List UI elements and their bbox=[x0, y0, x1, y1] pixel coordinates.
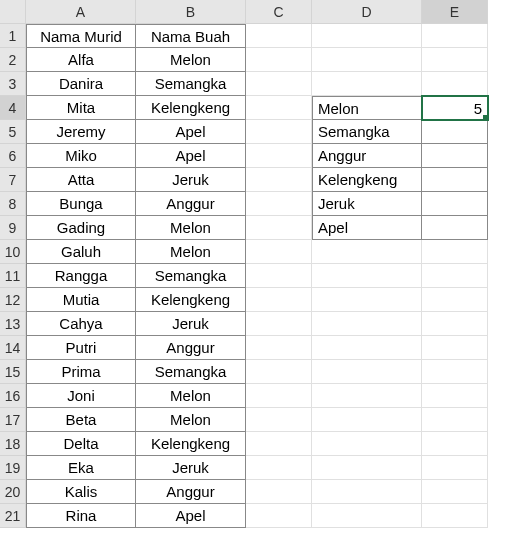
cell-C1[interactable] bbox=[246, 24, 312, 48]
cell-A17[interactable]: Beta bbox=[26, 408, 136, 432]
cell-E17[interactable] bbox=[422, 408, 488, 432]
cell-C16[interactable] bbox=[246, 384, 312, 408]
row-header-7[interactable]: 7 bbox=[0, 168, 26, 192]
cell-C6[interactable] bbox=[246, 144, 312, 168]
cell-D9[interactable]: Apel bbox=[312, 216, 422, 240]
cell-A13[interactable]: Cahya bbox=[26, 312, 136, 336]
cell-A14[interactable]: Putri bbox=[26, 336, 136, 360]
cell-B2[interactable]: Melon bbox=[136, 48, 246, 72]
cell-C19[interactable] bbox=[246, 456, 312, 480]
cell-D17[interactable] bbox=[312, 408, 422, 432]
row-header-12[interactable]: 12 bbox=[0, 288, 26, 312]
row-header-8[interactable]: 8 bbox=[0, 192, 26, 216]
cell-E11[interactable] bbox=[422, 264, 488, 288]
cell-E18[interactable] bbox=[422, 432, 488, 456]
cell-B1[interactable]: Nama Buah bbox=[136, 24, 246, 48]
cell-E8[interactable] bbox=[422, 192, 488, 216]
cell-A21[interactable]: Rina bbox=[26, 504, 136, 528]
cell-D3[interactable] bbox=[312, 72, 422, 96]
cell-E7[interactable] bbox=[422, 168, 488, 192]
cell-A16[interactable]: Joni bbox=[26, 384, 136, 408]
cell-D18[interactable] bbox=[312, 432, 422, 456]
cell-B17[interactable]: Melon bbox=[136, 408, 246, 432]
column-header-D[interactable]: D bbox=[312, 0, 422, 24]
row-header-9[interactable]: 9 bbox=[0, 216, 26, 240]
row-header-16[interactable]: 16 bbox=[0, 384, 26, 408]
cell-D13[interactable] bbox=[312, 312, 422, 336]
cell-A2[interactable]: Alfa bbox=[26, 48, 136, 72]
cell-C7[interactable] bbox=[246, 168, 312, 192]
cell-E15[interactable] bbox=[422, 360, 488, 384]
cell-B9[interactable]: Melon bbox=[136, 216, 246, 240]
cell-C14[interactable] bbox=[246, 336, 312, 360]
cell-B15[interactable]: Semangka bbox=[136, 360, 246, 384]
cell-A8[interactable]: Bunga bbox=[26, 192, 136, 216]
cell-D2[interactable] bbox=[312, 48, 422, 72]
cell-B18[interactable]: Kelengkeng bbox=[136, 432, 246, 456]
cell-B14[interactable]: Anggur bbox=[136, 336, 246, 360]
cell-B5[interactable]: Apel bbox=[136, 120, 246, 144]
row-header-2[interactable]: 2 bbox=[0, 48, 26, 72]
cell-D14[interactable] bbox=[312, 336, 422, 360]
cell-C11[interactable] bbox=[246, 264, 312, 288]
cell-A4[interactable]: Mita bbox=[26, 96, 136, 120]
row-header-20[interactable]: 20 bbox=[0, 480, 26, 504]
cell-D21[interactable] bbox=[312, 504, 422, 528]
cell-B8[interactable]: Anggur bbox=[136, 192, 246, 216]
cell-D10[interactable] bbox=[312, 240, 422, 264]
cell-E2[interactable] bbox=[422, 48, 488, 72]
row-header-15[interactable]: 15 bbox=[0, 360, 26, 384]
cell-E5[interactable] bbox=[422, 120, 488, 144]
cell-C9[interactable] bbox=[246, 216, 312, 240]
cell-A11[interactable]: Rangga bbox=[26, 264, 136, 288]
column-header-B[interactable]: B bbox=[136, 0, 246, 24]
row-header-19[interactable]: 19 bbox=[0, 456, 26, 480]
cell-A10[interactable]: Galuh bbox=[26, 240, 136, 264]
cell-D11[interactable] bbox=[312, 264, 422, 288]
cell-C15[interactable] bbox=[246, 360, 312, 384]
cell-C2[interactable] bbox=[246, 48, 312, 72]
cell-A1[interactable]: Nama Murid bbox=[26, 24, 136, 48]
cell-E12[interactable] bbox=[422, 288, 488, 312]
column-header-A[interactable]: A bbox=[26, 0, 136, 24]
row-header-21[interactable]: 21 bbox=[0, 504, 26, 528]
cell-D1[interactable] bbox=[312, 24, 422, 48]
cell-B10[interactable]: Melon bbox=[136, 240, 246, 264]
cell-C21[interactable] bbox=[246, 504, 312, 528]
cell-C20[interactable] bbox=[246, 480, 312, 504]
cell-C10[interactable] bbox=[246, 240, 312, 264]
cell-B4[interactable]: Kelengkeng bbox=[136, 96, 246, 120]
cell-D5[interactable]: Semangka bbox=[312, 120, 422, 144]
spreadsheet-grid[interactable]: ABCDE1Nama MuridNama Buah2AlfaMelon3Dani… bbox=[0, 0, 488, 528]
cell-D12[interactable] bbox=[312, 288, 422, 312]
cell-A3[interactable]: Danira bbox=[26, 72, 136, 96]
cell-C4[interactable] bbox=[246, 96, 312, 120]
cell-E4[interactable]: 5 bbox=[422, 96, 488, 120]
row-header-14[interactable]: 14 bbox=[0, 336, 26, 360]
column-header-E[interactable]: E bbox=[422, 0, 488, 24]
cell-E21[interactable] bbox=[422, 504, 488, 528]
cell-D6[interactable]: Anggur bbox=[312, 144, 422, 168]
cell-B21[interactable]: Apel bbox=[136, 504, 246, 528]
cell-B16[interactable]: Melon bbox=[136, 384, 246, 408]
cell-B13[interactable]: Jeruk bbox=[136, 312, 246, 336]
cell-D7[interactable]: Kelengkeng bbox=[312, 168, 422, 192]
cell-A19[interactable]: Eka bbox=[26, 456, 136, 480]
cell-C3[interactable] bbox=[246, 72, 312, 96]
cell-D8[interactable]: Jeruk bbox=[312, 192, 422, 216]
row-header-10[interactable]: 10 bbox=[0, 240, 26, 264]
cell-B20[interactable]: Anggur bbox=[136, 480, 246, 504]
cell-E9[interactable] bbox=[422, 216, 488, 240]
cell-B6[interactable]: Apel bbox=[136, 144, 246, 168]
cell-E13[interactable] bbox=[422, 312, 488, 336]
cell-C13[interactable] bbox=[246, 312, 312, 336]
cell-D4[interactable]: Melon bbox=[312, 96, 422, 120]
cell-B3[interactable]: Semangka bbox=[136, 72, 246, 96]
cell-E19[interactable] bbox=[422, 456, 488, 480]
row-header-1[interactable]: 1 bbox=[0, 24, 26, 48]
cell-A18[interactable]: Delta bbox=[26, 432, 136, 456]
cell-A7[interactable]: Atta bbox=[26, 168, 136, 192]
select-all-corner[interactable] bbox=[0, 0, 26, 24]
cell-A9[interactable]: Gading bbox=[26, 216, 136, 240]
cell-E6[interactable] bbox=[422, 144, 488, 168]
